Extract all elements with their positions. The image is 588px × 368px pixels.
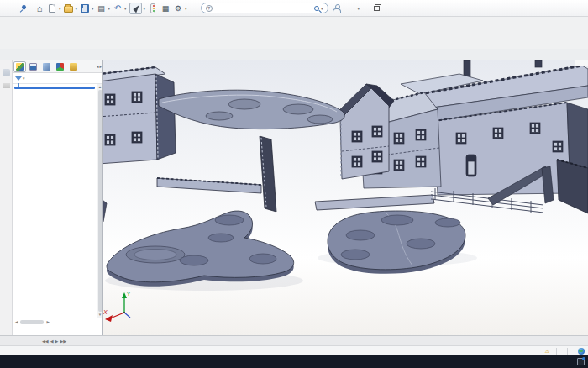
panel-tab-left-arrow[interactable]: ◂ <box>97 64 99 69</box>
solidworks-window: ⌂ ▾ ▾ ▾ ▤▾ ↶▾ ▾ ▦ ⚙▾ ? ▾ ▾ <box>0 0 588 368</box>
rollback-bar[interactable] <box>14 87 95 89</box>
tab-dimxpert[interactable] <box>67 61 80 72</box>
document-tabs-bar: ◀◀ ◀ ▶ ▶▶ <box>0 335 588 345</box>
search-icon[interactable] <box>314 6 319 11</box>
tab-scroll-left[interactable]: ◀ <box>50 339 54 344</box>
tab-scroll-last[interactable]: ▶▶ <box>60 339 66 344</box>
feature-tree-icon <box>16 63 24 71</box>
tab-configuration-manager[interactable] <box>40 61 53 72</box>
quick-access-toolbar: ⌂ ▾ ▾ ▾ ▤▾ ↶▾ ▾ ▦ ⚙▾ <box>34 3 187 14</box>
scroll-right-arrow[interactable]: ▶ <box>45 320 50 324</box>
3d-scene[interactable]: Y X <box>103 60 588 335</box>
titlebar: ⌂ ▾ ▾ ▾ ▤▾ ↶▾ ▾ ▦ ⚙▾ ? ▾ ▾ <box>0 0 588 17</box>
filter-funnel-icon[interactable] <box>15 76 22 81</box>
main-area: ◂▸ ▾ ▲ ▼ ◀ ▶ <box>0 60 588 335</box>
print-icon[interactable]: ▤ <box>97 3 107 13</box>
home-icon[interactable]: ⌂ <box>34 3 45 13</box>
graphics-viewport[interactable]: Y X <box>103 60 588 335</box>
statusbar: ⚠ <box>0 345 588 355</box>
tree-horizontal-scrollbar[interactable]: ◀ ▶ <box>13 318 102 325</box>
undo-icon[interactable]: ↶ <box>113 3 123 13</box>
pin-icon[interactable] <box>20 4 28 12</box>
scrollbar-thumb[interactable] <box>98 90 102 312</box>
system-tray <box>561 355 588 368</box>
property-manager-icon <box>29 63 37 71</box>
overdefined-status: ⚠ <box>545 348 551 354</box>
tab-display-manager[interactable] <box>54 61 66 72</box>
rebuild-icon[interactable] <box>150 3 155 13</box>
login-icon[interactable] <box>333 4 340 13</box>
cursor-icon <box>132 3 139 13</box>
save-icon[interactable] <box>81 4 89 13</box>
tab-property-manager[interactable] <box>27 61 39 72</box>
file-properties-icon[interactable]: ▦ <box>160 3 171 13</box>
scroll-down-arrow[interactable]: ▼ <box>98 313 102 317</box>
status-warning-icon: ⚠ <box>545 348 549 354</box>
sketch-tool-icon[interactable] <box>3 83 10 88</box>
panel-tab-right-arrow[interactable]: ▸ <box>99 64 102 69</box>
scroll-left-arrow[interactable]: ◀ <box>13 320 19 324</box>
tab-scroll-first[interactable]: ◀◀ <box>42 339 49 344</box>
collapsed-toolbar-strip <box>0 60 13 335</box>
help-circle-icon: ? <box>206 5 213 12</box>
tree-vertical-scrollbar[interactable]: ▲ ▼ <box>97 84 102 318</box>
options-gear-icon[interactable]: ⚙ <box>173 3 183 13</box>
panel-tabs: ◂▸ <box>13 60 102 73</box>
dimxpert-icon <box>70 63 77 71</box>
building-left[interactable] <box>103 67 176 165</box>
help-search-box[interactable]: ? ▾ <box>201 3 328 13</box>
h-scrollbar-thumb[interactable] <box>20 320 44 324</box>
ribbon <box>0 17 588 49</box>
task-pane-tabs <box>575 60 588 66</box>
configuration-manager-icon <box>43 63 50 71</box>
open-document-icon[interactable] <box>64 6 73 13</box>
feature-tree <box>13 84 97 318</box>
globe-icon[interactable] <box>578 348 585 355</box>
origin-x-label: X <box>103 309 108 315</box>
featuremanager-panel: ◂▸ ▾ ▲ ▼ ◀ ▶ <box>13 60 103 335</box>
select-tool-button[interactable] <box>129 3 142 14</box>
new-document-icon[interactable] <box>49 4 55 13</box>
tree-filter-row: ▾ <box>13 73 102 84</box>
commandmanager-tabs <box>0 49 588 60</box>
tab-featuremanager-tree[interactable] <box>13 61 26 72</box>
restore-button[interactable] <box>374 6 380 11</box>
display-manager-icon <box>56 63 64 71</box>
help-icon[interactable] <box>345 3 355 13</box>
scroll-up-arrow[interactable]: ▲ <box>98 85 102 89</box>
notification-center-icon[interactable] <box>577 358 585 365</box>
mate-tool-icon[interactable] <box>3 69 10 76</box>
filter-caret[interactable]: ▾ <box>23 76 25 81</box>
window-controls <box>368 6 387 11</box>
tab-scroll-right[interactable]: ▶ <box>55 339 59 344</box>
windows-taskbar <box>0 355 588 368</box>
origin-y-label: Y <box>127 292 130 297</box>
